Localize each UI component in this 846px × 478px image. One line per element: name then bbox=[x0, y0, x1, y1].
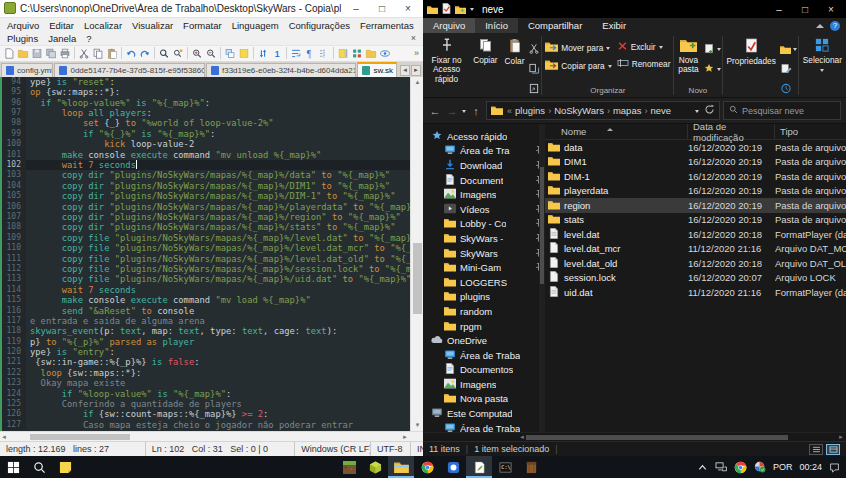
file-row-uid-dat[interactable]: uid.dat11/12/2020 21:16FormatPlayer (dat… bbox=[545, 285, 846, 300]
code-line-107[interactable]: 107 copy dir "plugins/NoSkyWars/mapas/%{… bbox=[2, 212, 410, 222]
recent-locations-chevron-icon[interactable] bbox=[462, 110, 466, 115]
sidebar-item-mini-gam[interactable]: Mini-Gam bbox=[423, 260, 545, 275]
code-line-120[interactable]: 120ype} is "entry": bbox=[2, 347, 410, 357]
code-area[interactable]: 94ype} is "reset":95op {sw::maps::*}:96 … bbox=[0, 77, 410, 431]
sidebar-item-imagens[interactable]: Imagens bbox=[423, 187, 545, 202]
sidebar-item-imagens[interactable]: Imagens bbox=[423, 377, 545, 392]
code-line-121[interactable]: 121 {sw::in-game::%{_p}%} is false: bbox=[2, 357, 410, 367]
open-button[interactable] bbox=[780, 40, 797, 58]
column-header-date[interactable]: Data de modificação bbox=[688, 124, 775, 139]
open-file-icon[interactable] bbox=[16, 46, 30, 60]
code-line-126[interactable]: 126 if {sw::count-maps::%{_map}%} >= 2: bbox=[2, 409, 410, 419]
ribbon-tab-exibir[interactable]: Exibir bbox=[592, 18, 636, 33]
taskbar-chrome-icon[interactable] bbox=[414, 456, 440, 478]
code-line-100[interactable]: 100 kick loop-value-2 bbox=[2, 139, 410, 149]
copy-to-button[interactable]: Copiar para bbox=[543, 58, 613, 73]
code-line-109[interactable]: 109 copy file "plugins/NoSkyWars/mapas/%… bbox=[2, 233, 410, 243]
menu-item-ferramentas[interactable]: Ferramentas bbox=[355, 20, 419, 31]
sync-horizontal-icon[interactable]: 1 bbox=[270, 46, 284, 60]
redo-icon[interactable] bbox=[138, 46, 152, 60]
menu-item-?[interactable]: ? bbox=[81, 33, 96, 44]
history-button[interactable] bbox=[780, 80, 797, 98]
tray-chrome-tray-icon[interactable] bbox=[734, 461, 747, 474]
properties-button[interactable]: Propriedades bbox=[724, 36, 779, 68]
menu-item-janela[interactable]: Janela bbox=[43, 33, 81, 44]
tab-scroll-right-icon[interactable]: ► bbox=[411, 65, 421, 76]
file-row-level-dat-mcr[interactable]: level.dat_mcr11/12/2020 21:16Arquivo DAT… bbox=[545, 242, 846, 257]
sidebar-item-documentos[interactable]: Documentos bbox=[423, 363, 545, 378]
sidebar-item-lobby-co[interactable]: Lobby - Co bbox=[423, 217, 545, 232]
code-line-102[interactable]: 102 wait 7 seconds bbox=[2, 160, 410, 170]
taskbar-start-icon[interactable] bbox=[0, 456, 26, 478]
zoom-out-icon[interactable] bbox=[204, 46, 218, 60]
menu-item-linguagem[interactable]: Linguagem bbox=[227, 20, 284, 31]
list-view-toggle-icon[interactable] bbox=[809, 444, 823, 455]
sidebar-item-acesso-r-pido[interactable]: Acesso rápido bbox=[423, 129, 545, 144]
show-all-characters-icon[interactable]: ¶ bbox=[303, 46, 317, 60]
code-line-123[interactable]: 123 Okay mapa existe bbox=[2, 378, 410, 388]
ribbon-tab-arquivo[interactable]: Arquivo bbox=[423, 18, 475, 33]
file-row-dim-1[interactable]: DIM-116/12/2020 20:19Pasta de arquivos bbox=[545, 169, 846, 184]
file-row-level-dat-old[interactable]: level.dat_old16/12/2020 20:18Arquivo DAT… bbox=[545, 256, 846, 271]
address-dropdown-chevron-icon[interactable] bbox=[695, 110, 699, 115]
code-line-116[interactable]: 116 send "&aReset" to console bbox=[2, 306, 410, 316]
undo-icon[interactable] bbox=[124, 46, 138, 60]
file-row-region[interactable]: region16/12/2020 20:19Pasta de arquivos bbox=[545, 198, 846, 213]
clock[interactable]: 00:24 bbox=[799, 462, 822, 472]
menu-item-formatar[interactable]: Formatar bbox=[178, 20, 227, 31]
copy-icon[interactable] bbox=[91, 46, 105, 60]
file-row-dim1[interactable]: DIM116/12/2020 20:19Pasta de arquivos bbox=[545, 155, 846, 170]
menu-item-plugins[interactable]: Plugins bbox=[2, 33, 43, 44]
menu-close-icon[interactable]: × bbox=[406, 33, 421, 43]
column-header-name[interactable]: Nome bbox=[545, 124, 688, 139]
ribbon-tab-compartilhar[interactable]: Compartilhar bbox=[518, 18, 592, 33]
horizontal-scroll-thumb[interactable] bbox=[526, 435, 788, 440]
code-line-108[interactable]: 108 copy dir "plugins/NoSkyWars/mapas/%{… bbox=[2, 222, 410, 232]
sidebar-item-v-deos[interactable]: Vídeos bbox=[423, 202, 545, 217]
replace-icon[interactable] bbox=[171, 46, 185, 60]
sidebar-item-skywars[interactable]: SkyWars bbox=[423, 246, 545, 261]
code-line-119[interactable]: 119p} to "%{_p}%" parsed as player bbox=[2, 337, 410, 347]
help-icon[interactable]: ? bbox=[830, 21, 840, 31]
select-button[interactable]: Selecionar bbox=[800, 36, 845, 76]
menu-item-configuraes[interactable]: Configurações bbox=[284, 20, 355, 31]
address-bar[interactable]: «plugins›NoSkyWars›mapas›neve bbox=[486, 101, 720, 120]
sidebar-item-nova-pasta[interactable]: Nova pasta bbox=[423, 392, 545, 407]
code-line-115[interactable]: 115 make console execute command "mv loa… bbox=[2, 295, 410, 305]
ribbon-collapse-chevron-icon[interactable] bbox=[816, 20, 824, 28]
taskbar-file-explorer-icon[interactable] bbox=[388, 456, 414, 478]
code-line-106[interactable]: 106 copy dir "plugins/NoSkyWars/mapas/%{… bbox=[2, 202, 410, 212]
close-button[interactable]: × bbox=[397, 3, 419, 14]
qat-properties-icon[interactable] bbox=[442, 0, 451, 18]
post-it-icon[interactable] bbox=[237, 46, 251, 60]
code-line-117[interactable]: 117e entrada e saida de alguma arena bbox=[2, 316, 410, 326]
new-file-icon[interactable] bbox=[2, 46, 16, 60]
explorer-close-button[interactable]: × bbox=[820, 4, 842, 15]
code-line-122[interactable]: 122 loop {sw::maps::*}: bbox=[2, 368, 410, 378]
tray-network-icon[interactable] bbox=[715, 462, 727, 472]
new-item-button[interactable] bbox=[703, 40, 721, 58]
search-input[interactable]: Pesquisar neve bbox=[723, 101, 841, 120]
file-row-playerdata[interactable]: playerdata16/12/2020 20:19Pasta de arqui… bbox=[545, 184, 846, 199]
breadcrumb-item-noskywars[interactable]: NoSkyWars bbox=[552, 105, 606, 116]
print-icon[interactable] bbox=[58, 46, 72, 60]
menu-item-editar[interactable]: Editar bbox=[44, 20, 79, 31]
sidebar-item-plugins[interactable]: plugins bbox=[423, 290, 545, 305]
tab-scroll-left-icon[interactable]: ◄ bbox=[400, 65, 410, 76]
code-line-110[interactable]: 110 copy file "plugins/NoSkyWars/mapas/%… bbox=[2, 243, 410, 253]
sidebar-item--rea-de-traba[interactable]: Área de Traba bbox=[423, 421, 545, 432]
up-button[interactable]: ↑ bbox=[469, 105, 483, 117]
word-wrap-icon[interactable] bbox=[289, 46, 303, 60]
file-row-stats[interactable]: stats16/12/2020 20:19Pasta de arquivos bbox=[545, 213, 846, 228]
function-list-icon[interactable] bbox=[350, 46, 364, 60]
copy-button[interactable]: Copiar bbox=[470, 36, 500, 67]
scroll-left-arrow-icon[interactable]: ◄ bbox=[1, 432, 7, 442]
easy-access-button[interactable] bbox=[703, 60, 721, 78]
sidebar-item-loggers[interactable]: LOGGERS bbox=[423, 275, 545, 290]
explorer-titlebar[interactable]: neve – □ × bbox=[423, 0, 846, 18]
taskbar-messenger-blue-icon[interactable] bbox=[440, 456, 466, 478]
cut-icon[interactable] bbox=[77, 46, 91, 60]
sidebar-item-este-computad[interactable]: Este Computad bbox=[423, 406, 545, 421]
taskbar-minecraft-grass-icon[interactable] bbox=[336, 456, 362, 478]
code-line-127[interactable]: 127 Caso mapa esteja cheio o jogador não… bbox=[2, 420, 410, 430]
